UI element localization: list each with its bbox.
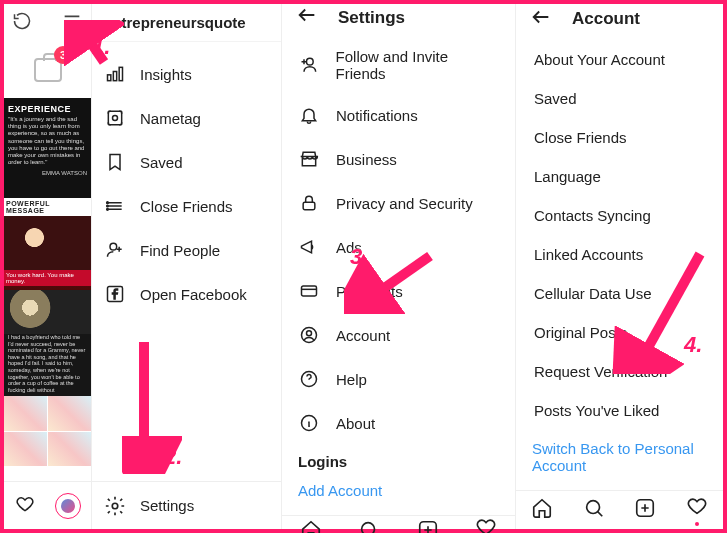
- settings-item-label: Account: [336, 327, 390, 344]
- account-item[interactable]: Close Friends: [516, 118, 723, 157]
- settings-item-help[interactable]: Help: [282, 357, 515, 401]
- profile-feed-strip: 3 EXPERIENCE "It's a journey and the sad…: [4, 4, 92, 529]
- tab-home[interactable]: [531, 497, 553, 523]
- menu-item-saved[interactable]: Saved: [92, 140, 281, 184]
- bell-icon: [298, 104, 320, 126]
- gear-icon: [104, 495, 126, 517]
- tab-bar: [282, 515, 515, 533]
- post-body: "It's a journey and the sad thing is you…: [4, 116, 91, 170]
- post-title: EXPERIENCE: [4, 98, 91, 116]
- menu-item-insights[interactable]: Insights: [92, 52, 281, 96]
- annotation-3: 3.: [350, 244, 368, 270]
- svg-point-5: [107, 202, 109, 204]
- profile-side-menu: entrepreneursquote Insights Nametag Save…: [92, 4, 282, 529]
- menu-item-label: Open Facebook: [140, 286, 247, 303]
- story-tray[interactable]: 3: [4, 42, 91, 98]
- account-panel: Account About Your AccountSavedClose Fri…: [516, 4, 723, 529]
- ads-icon: [298, 236, 320, 258]
- settings-item-label: Help: [336, 371, 367, 388]
- invite-icon: [298, 54, 320, 76]
- svg-point-6: [107, 205, 109, 207]
- card-icon: [298, 280, 320, 302]
- tab-bar: [516, 490, 723, 529]
- settings-item-bell[interactable]: Notifications: [282, 93, 515, 137]
- feed-post[interactable]: I had a boyfriend who told me I'd never …: [4, 290, 91, 396]
- account-item[interactable]: Linked Accounts: [516, 235, 723, 274]
- account-title: Account: [572, 9, 640, 29]
- menu-item-find-people[interactable]: Find People: [92, 228, 281, 272]
- facebook-icon: [104, 283, 126, 305]
- account-item[interactable]: Saved: [516, 79, 723, 118]
- svg-rect-12: [303, 202, 315, 210]
- settings-item-label: About: [336, 415, 375, 432]
- switch-account-link[interactable]: Switch Back to Personal Account: [516, 430, 723, 484]
- svg-point-10: [112, 503, 118, 509]
- post-author: EMMA WATSON: [4, 170, 91, 180]
- settings-item-ads[interactable]: Ads: [282, 225, 515, 269]
- svg-point-7: [107, 209, 109, 211]
- feed-post[interactable]: [4, 396, 91, 466]
- svg-rect-13: [302, 286, 317, 296]
- account-icon: [298, 324, 320, 346]
- history-icon[interactable]: [12, 11, 32, 35]
- svg-point-4: [113, 116, 118, 121]
- post-body: I had a boyfriend who told me I'd never …: [4, 334, 91, 397]
- post-image: [4, 216, 91, 270]
- settings-item-invite[interactable]: Follow and Invite Friends: [282, 37, 515, 93]
- tab-activity[interactable]: [475, 516, 497, 533]
- settings-item-store[interactable]: Business: [282, 137, 515, 181]
- settings-button[interactable]: Settings: [92, 481, 281, 529]
- account-item[interactable]: Contacts Syncing: [516, 196, 723, 235]
- tab-new-post[interactable]: [634, 497, 656, 523]
- svg-point-8: [110, 243, 117, 250]
- store-icon: [298, 148, 320, 170]
- settings-label: Settings: [140, 497, 194, 514]
- tab-new-post[interactable]: [417, 519, 439, 534]
- tab-activity[interactable]: [686, 495, 708, 526]
- svg-rect-1: [113, 72, 116, 81]
- settings-item-label: Notifications: [336, 107, 418, 124]
- account-item[interactable]: Posts You've Liked: [516, 391, 723, 430]
- svg-rect-0: [108, 75, 111, 81]
- settings-panel: Settings Follow and Invite Friends Notif…: [282, 4, 516, 529]
- account-item[interactable]: Language: [516, 157, 723, 196]
- settings-item-lock[interactable]: Privacy and Security: [282, 181, 515, 225]
- feed-post[interactable]: EXPERIENCE "It's a journey and the sad t…: [4, 98, 91, 198]
- account-item[interactable]: Request Verification: [516, 352, 723, 391]
- back-icon[interactable]: [530, 6, 552, 33]
- settings-item-label: Follow and Invite Friends: [336, 48, 499, 82]
- feed-post[interactable]: POWERFUL MESSAGE You work hard. You make…: [4, 198, 91, 290]
- svg-point-20: [586, 501, 599, 514]
- settings-item-card[interactable]: Payments: [282, 269, 515, 313]
- profile-username: entrepreneursquote: [92, 4, 281, 42]
- find-people-icon: [104, 239, 126, 261]
- add-account-link[interactable]: Add Account: [282, 472, 515, 509]
- menu-item-facebook[interactable]: Open Facebook: [92, 272, 281, 316]
- settings-item-info[interactable]: About: [282, 401, 515, 445]
- tab-search[interactable]: [358, 519, 380, 534]
- settings-item-account[interactable]: Account: [282, 313, 515, 357]
- back-icon[interactable]: [296, 4, 318, 31]
- menu-item-nametag[interactable]: Nametag: [92, 96, 281, 140]
- menu-item-label: Find People: [140, 242, 220, 259]
- account-item[interactable]: Cellular Data Use: [516, 274, 723, 313]
- svg-point-15: [307, 331, 312, 336]
- settings-item-label: Privacy and Security: [336, 195, 473, 212]
- tab-home[interactable]: [300, 519, 322, 534]
- settings-title: Settings: [338, 8, 405, 28]
- hamburger-menu-icon[interactable]: [61, 10, 83, 36]
- tab-search[interactable]: [583, 497, 605, 523]
- menu-item-label: Close Friends: [140, 198, 233, 215]
- settings-item-label: Business: [336, 151, 397, 168]
- annotation-2: 2.: [164, 444, 182, 470]
- profile-avatar[interactable]: [55, 493, 81, 519]
- close-friends-icon: [104, 195, 126, 217]
- help-icon: [298, 368, 320, 390]
- annotation-1: 1.: [92, 34, 110, 60]
- like-icon[interactable]: [14, 494, 36, 518]
- nametag-icon: [104, 107, 126, 129]
- feed-bottom-bar: [4, 481, 91, 529]
- menu-item-close-friends[interactable]: Close Friends: [92, 184, 281, 228]
- svg-point-18: [362, 522, 375, 533]
- account-item[interactable]: About Your Account: [516, 40, 723, 79]
